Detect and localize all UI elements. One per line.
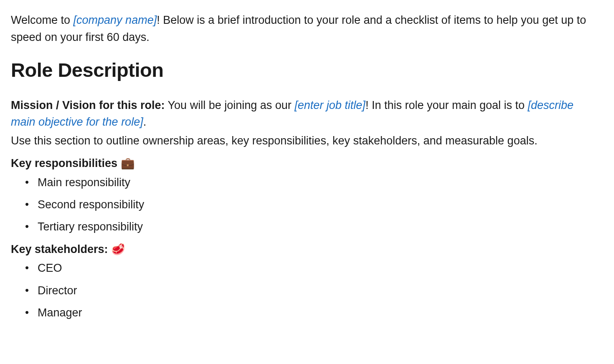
mission-period: .: [143, 116, 147, 128]
company-name-placeholder: [company name]: [74, 14, 157, 26]
steak-icon: 🥩: [111, 243, 125, 255]
mission-label: Mission / Vision for this role:: [11, 99, 165, 111]
mission-paragraph: Mission / Vision for this role: You will…: [11, 97, 587, 131]
job-title-placeholder: [enter job title]: [294, 99, 365, 111]
responsibilities-heading: Key responsibilities 💼: [11, 155, 603, 172]
list-item: Manager: [25, 305, 603, 321]
intro-paragraph: Welcome to [company name]! Below is a br…: [11, 12, 587, 46]
list-item: Second responsibility: [25, 197, 603, 213]
role-description-heading: Role Description: [11, 56, 603, 85]
stakeholders-heading: Key stakeholders: 🥩: [11, 241, 603, 258]
briefcase-icon: 💼: [121, 157, 135, 169]
list-item: Director: [25, 283, 603, 299]
mission-text-after: ! In this role your main goal is to: [365, 99, 528, 111]
instruction-paragraph: Use this section to outline ownership ar…: [11, 132, 587, 149]
intro-prefix: Welcome to: [11, 14, 74, 26]
mission-text-before: You will be joining as our: [165, 99, 295, 111]
responsibilities-heading-text: Key responsibilities: [11, 157, 121, 169]
list-item: Tertiary responsibility: [25, 219, 603, 235]
list-item: CEO: [25, 260, 603, 276]
responsibilities-list: Main responsibility Second responsibilit…: [11, 174, 603, 235]
stakeholders-heading-text: Key stakeholders:: [11, 243, 111, 255]
list-item: Main responsibility: [25, 174, 603, 191]
stakeholders-list: CEO Director Manager: [11, 260, 603, 321]
